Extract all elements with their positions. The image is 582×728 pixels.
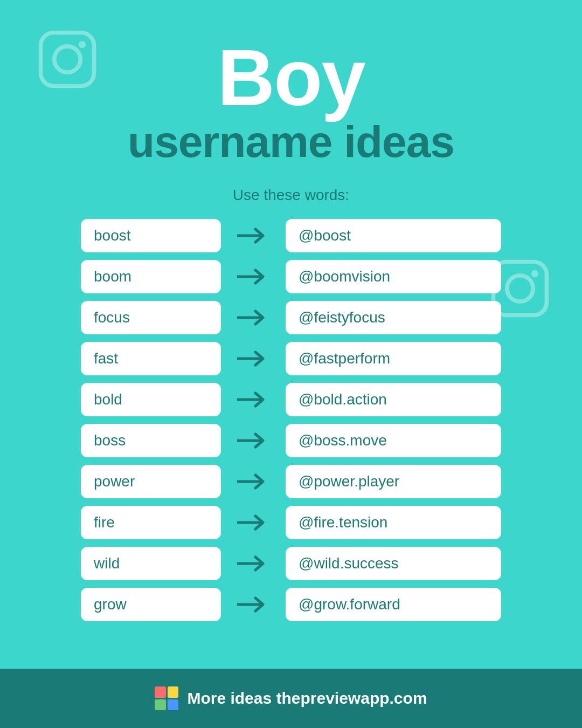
svg-rect-0 [41,33,94,86]
svg-point-4 [507,276,533,301]
arrow-icon [221,227,286,244]
table-row: focus @feistyfocus [81,301,501,334]
username-box: @wild.success [286,547,501,580]
main-content: Boy username ideas Use these words: boos… [0,0,582,669]
table-row: boss @boss.move [81,424,501,457]
page-title-username-ideas: username ideas [128,118,454,166]
username-box: @grow.forward [286,588,501,621]
word-box: fast [81,342,221,375]
svg-point-5 [531,270,538,277]
subtitle: Use these words: [233,187,349,204]
username-box: @boss.move [286,424,501,457]
username-box: @boost [286,219,501,252]
table-row: wild @wild.success [81,547,501,580]
arrow-icon [221,555,286,572]
word-box: boom [81,260,221,293]
arrow-icon [221,473,286,490]
word-box: grow [81,588,221,621]
table-row: fire @fire.tension [81,506,501,539]
arrow-icon [221,268,286,285]
username-box: @feistyfocus [286,301,501,334]
arrow-icon [221,309,286,326]
word-box: bold [81,383,221,416]
username-box: @fire.tension [286,506,501,539]
footer-text: More ideas thepreviewapp.com [187,689,427,708]
page-title-boy: Boy [217,38,365,118]
table-row: grow @grow.forward [81,588,501,621]
arrow-icon [221,391,286,408]
word-table: boost @boost boom @boomvision focus [81,219,501,621]
table-row: bold @bold.action [81,383,501,416]
instagram-icon-top-left [38,30,97,89]
word-box: fire [81,506,221,539]
word-box: focus [81,301,221,334]
arrow-icon [221,596,286,613]
arrow-icon [221,350,286,367]
svg-rect-3 [494,262,547,315]
word-box: power [81,465,221,498]
table-row: power @power.player [81,465,501,498]
footer: More ideas thepreviewapp.com [0,669,582,728]
preview-app-icon [155,686,178,710]
username-box: @boomvision [286,260,501,293]
username-box: @fastperform [286,342,501,375]
username-box: @bold.action [286,383,501,416]
svg-point-1 [54,46,80,72]
username-box: @power.player [286,465,501,498]
word-box: wild [81,547,221,580]
instagram-icon-mid-right [490,259,550,318]
word-box: boost [81,219,221,252]
word-box: boss [81,424,221,457]
table-row: fast @fastperform [81,342,501,375]
table-row: boost @boost [81,219,501,252]
arrow-icon [221,432,286,449]
svg-point-2 [79,41,86,48]
table-row: boom @boomvision [81,260,501,293]
arrow-icon [221,514,286,531]
